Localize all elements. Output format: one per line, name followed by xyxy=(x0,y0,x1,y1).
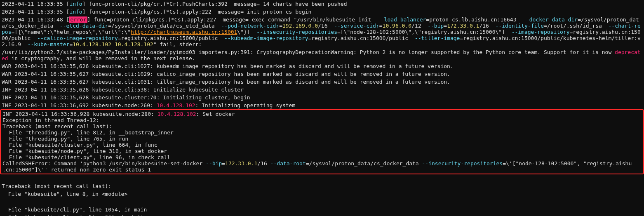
flag-image-repository: --image-repository xyxy=(512,29,570,35)
traceback-frame: File "threading.py", line 812, in __boot… xyxy=(2,129,174,136)
eq: = xyxy=(279,23,282,29)
traceback-header: Traceback (most recent call last): xyxy=(2,123,112,129)
tail: " fail, stderr: xyxy=(153,41,202,47)
log-line: Traceback (most recent call last): xyxy=(0,182,644,190)
bracket: [ xyxy=(63,9,70,15)
flag-identity-file: --identity-file xyxy=(496,23,544,29)
val: =\'["node-128-102:5000", "registry.aishu xyxy=(503,160,632,167)
eq: = xyxy=(444,23,447,29)
json: \"}] xyxy=(237,29,256,35)
ip: 10.96.0.0 xyxy=(383,23,411,29)
flag-pod-network-cidr: --pod-network-cidr xyxy=(221,23,279,29)
ip: 172.33.0.1 xyxy=(447,23,479,29)
val: =proton-cs.lb.aishu.cn:16643 xyxy=(426,16,523,23)
msg: in cryptography, and will be removed in … xyxy=(8,55,195,61)
log-line: 2023-04-11 16:33:35 [info] func=proton-c… xyxy=(0,0,644,8)
traceback-frame: File "kubesuite", line 8, in <module> xyxy=(0,190,644,198)
flag-tiller-image: --tiller-image xyxy=(415,35,460,41)
flag-bip: --bip xyxy=(428,23,444,29)
flag-load-balancer: --load-balancer xyxy=(378,16,426,23)
blank-line xyxy=(0,174,644,182)
called-ssh-error-tail: .cn:15000"]\'' returned non-zero exit st… xyxy=(2,167,151,173)
bracket: [ xyxy=(63,1,70,7)
val: =registry.aishu.cn:15000/public xyxy=(118,35,224,41)
val: =/root/.ssh/id_rsa xyxy=(544,23,609,29)
log-line-war: WAR 2023-04-11 16:33:35,627 kubesuite.cl… xyxy=(0,78,644,86)
flag-insecurity-repositories: --insecurity-repositories xyxy=(256,29,337,35)
exception-header: Exception in thread Thread-12: xyxy=(2,117,99,123)
highlighted-traceback: INF 2023-04-11 16:33:36,928 kubesuite.no… xyxy=(0,109,644,174)
val: =[\"node-128-102:5000\",\"registry.aishu… xyxy=(337,29,512,35)
deprecated-word: depre xyxy=(615,49,631,55)
sp xyxy=(111,41,115,47)
traceback-frame: File "kubesuite/node.py", line 310, in s… xyxy=(2,148,167,154)
msg: INF 2023-04-11 16:33:36,692 kubesuite.no… xyxy=(2,102,157,108)
traceback-frame: File "kubesuite/client.py", line 96, in … xyxy=(2,154,170,160)
log-line-error: 2023-04-11 16:33:48 [error] func=proton-… xyxy=(0,16,644,48)
blank-line xyxy=(0,198,644,206)
timestamp: 2023-04-11 16:33:48 xyxy=(2,16,63,23)
ip: 10.4.128.102 xyxy=(115,41,153,47)
mask: /16 xyxy=(318,23,334,29)
bracket: [ xyxy=(63,16,70,23)
ip: 192.169.0.0 xyxy=(282,23,318,29)
val: =/sysvol/proton_data/cs_docker_data xyxy=(306,160,422,167)
json: =[{\"name\":\"helm_repos\",\"url\":\" xyxy=(11,29,131,35)
flag-data-root: --data-root xyxy=(270,160,306,167)
msg: ] func=proton-cli/pkg/cs.(*Cs).apply:227… xyxy=(87,16,378,23)
log-line-inf: INF 2023-04-11 16:33:35,628 kubesuite.cl… xyxy=(0,94,644,101)
called-ssh-error: CalledSSHError: Command 'python3 /usr/bi… xyxy=(2,160,206,167)
ip: 172.33.0.1 xyxy=(225,160,257,167)
log-line: 2023-04-11 16:33:35 [info] func=proton-c… xyxy=(0,8,644,16)
flag-chart-repos-cut: --cha xyxy=(609,23,625,29)
msg: /usr/lib/python2.7/site-packages/PyInsta… xyxy=(2,49,615,55)
flag-insecurity-repositories: --insecurity-repositories xyxy=(422,160,503,167)
level-error: error xyxy=(69,16,87,23)
eq: = xyxy=(379,23,383,29)
ip: 10.4.128.102 xyxy=(157,111,196,117)
timestamp: 2023-04-11 16:33:35 xyxy=(2,1,63,7)
mask: /16 xyxy=(257,160,270,167)
msg: ] func=proton-cli/pkg/cs.(*Cs).apply:222… xyxy=(82,9,312,15)
traceback-frame: File "threading.py", line 765, in run xyxy=(2,136,128,142)
traceback-frame: File "kubesuite/cli.py", line 1054, in m… xyxy=(0,206,644,214)
chartmuseum-url[interactable]: http://chartmuseum.aishu.cn:15001 xyxy=(131,29,237,35)
log-line-inf: INF 2023-04-11 16:33:35,628 kubesuite.cl… xyxy=(0,86,644,94)
flag-etcd-data-dir: --etcd-data-dir xyxy=(60,23,108,29)
flag-bip: --bip xyxy=(206,160,222,167)
timestamp: 2023-04-11 16:33:35 xyxy=(2,9,63,15)
ip: 10.4.128.102 xyxy=(157,102,195,108)
mask: /12 xyxy=(411,23,428,29)
val: =/sysvol/proton_data/cs_etcd_data xyxy=(108,23,221,29)
val: =registry.aishu.cn:15000/public/kubernet… xyxy=(460,35,605,41)
flag-docker-data-dir: --docker-data-dir xyxy=(523,16,578,23)
log-deprecation-warning: /usr/lib/python2.7/site-packages/PyInsta… xyxy=(0,48,644,62)
mask: /16 xyxy=(479,23,495,29)
traceback-frame: File "kubesuite/cli.py", line 562, in in… xyxy=(0,214,644,216)
val: =/sysvol/proton_d xyxy=(578,16,632,23)
val: =registry.aishu.cn:15000/public xyxy=(308,35,415,41)
traceback-frame: File "kubesuite/cluster.py", line 664, i… xyxy=(2,142,157,148)
msg: : Set docker xyxy=(196,111,235,117)
flag-calico-image-repository: --calico-image-repository xyxy=(37,35,118,41)
level-info: info xyxy=(69,1,82,7)
flag-kubeadm-image-repository: --kubeadm-image-repository xyxy=(224,35,308,41)
ip: 10.4.128.102 xyxy=(73,41,111,47)
msg: ] func=proton-cli/pkg/cr.(*Cr).PushChart… xyxy=(82,1,347,7)
log-line-war: WAR 2023-04-11 16:33:35,626 kubesuite.cl… xyxy=(0,62,644,70)
eq: = xyxy=(222,160,225,167)
log-line-inf: INF 2023-04-11 16:33:36,692 kubesuite.no… xyxy=(0,101,644,109)
val: =registry.aish xyxy=(570,29,615,35)
flag-service-cidr: --service-cidr xyxy=(334,23,379,29)
flag-kube-master: --kube-master xyxy=(28,41,70,47)
msg: : Initializing operating system xyxy=(195,102,296,108)
level-info: info xyxy=(69,9,82,15)
msg: INF 2023-04-11 16:33:36,928 kubesuite.no… xyxy=(2,111,157,117)
log-line-war: WAR 2023-04-11 16:33:35,627 kubesuite.cl… xyxy=(0,70,644,78)
